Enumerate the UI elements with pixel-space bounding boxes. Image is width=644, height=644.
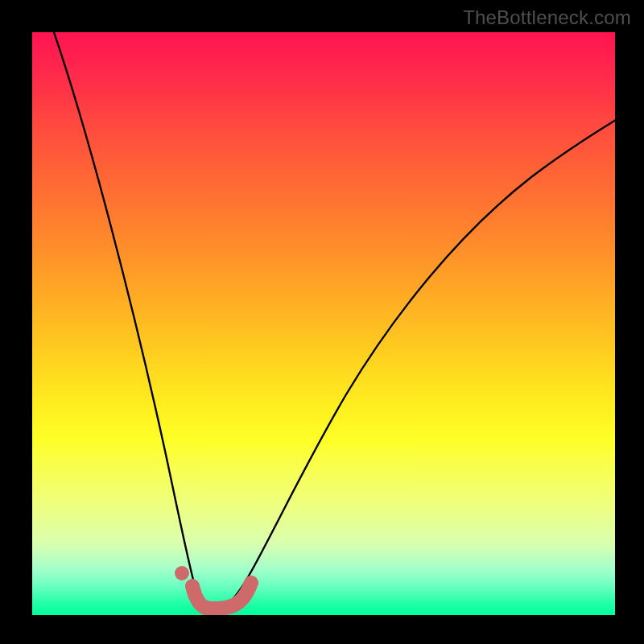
chart-frame: TheBottleneck.com <box>0 0 644 644</box>
plot-area <box>32 32 615 615</box>
flat-region-marker <box>192 583 251 609</box>
watermark-text: TheBottleneck.com <box>463 6 631 29</box>
curve-layer <box>32 32 615 615</box>
marker-dot <box>175 566 189 580</box>
bottleneck-curve <box>48 32 615 610</box>
